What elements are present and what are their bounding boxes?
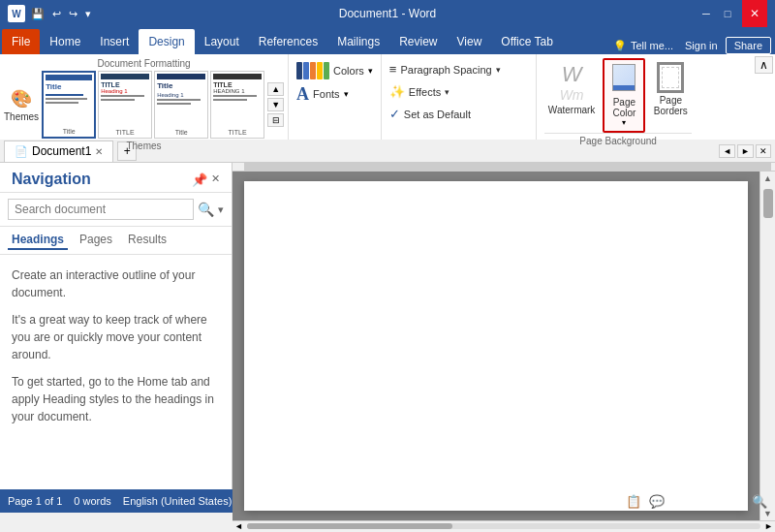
tab-layout[interactable]: Layout [195,29,249,54]
theme-more[interactable]: ⊟ [267,113,284,127]
theme-scroll-up[interactable]: ▲ [267,82,284,96]
nav-close-btn[interactable]: ✕ [211,172,220,187]
theme-item-0[interactable]: Title Title [42,71,96,139]
nav-title: Navigation [12,171,91,188]
minimize-btn[interactable]: ─ [699,8,713,19]
share-btn[interactable]: Share [726,37,771,54]
window-title: Document1 - Word [339,7,436,20]
edit-mode-icon[interactable]: 🖊 [605,494,618,509]
theme-item-2[interactable]: Title Heading 1 Title [154,71,208,139]
title-bar-left: W 💾 ↩ ↪ ▾ [8,5,93,22]
tab-office-tab[interactable]: Office Tab [491,29,563,54]
swatch-3 [310,62,316,79]
save-btn[interactable]: 💾 [29,6,46,22]
effects-btn[interactable]: ✨ Effects ▾ [386,82,532,101]
theme-scroll-down[interactable]: ▼ [267,98,284,111]
nav-text-2: It's a great way to keep track of where … [12,311,220,363]
nav-tab-pages[interactable]: Pages [76,231,116,250]
watermark-label: Watermark [548,105,596,115]
swatch-1 [296,62,302,79]
search-input[interactable] [8,199,194,220]
tab-home[interactable]: Home [40,29,90,54]
nav-tab-headings[interactable]: Headings [8,231,68,250]
tab-mailings[interactable]: Mailings [327,29,389,54]
title-bar: W 💾 ↩ ↪ ▾ Document1 - Word ─ □ ✕ [0,0,775,27]
tell-me-btn[interactable]: 💡 Tell me... [613,40,673,52]
tab-view[interactable]: View [448,29,492,54]
themes-content: 🎨 Themes Title Title TITLE Heading 1 [4,71,284,139]
search-dropdown-icon[interactable]: ▾ [218,203,224,216]
themes-btn[interactable]: 🎨 Themes [4,88,39,122]
hscroll-thumb[interactable] [247,523,452,529]
colors-label: Colors [333,65,364,77]
search-icon[interactable]: 🔍 [198,202,214,217]
theme-item-3[interactable]: TITLE HEADING 1 TITLE [210,71,264,139]
tab-design[interactable]: Design [139,29,194,54]
para-spacing-btn[interactable]: ≡ Paragraph Spacing ▾ [386,60,532,78]
page-borders-label: Page Borders [654,95,688,116]
horizontal-scrollbar: ◄ ► [232,520,775,531]
scroll-up-btn[interactable]: ▲ [761,172,774,185]
title-bar-controls: ─ □ ✕ [699,0,767,27]
tab-close-all[interactable]: ✕ [756,144,771,158]
nav-pin-btn[interactable]: 📌 [192,172,207,187]
watermark-btn[interactable]: W Wm Watermark [544,58,600,119]
view-mode-icon[interactable]: 📋 [626,494,641,509]
redo-btn[interactable]: ↪ [67,6,79,22]
fonts-label: Fonts [313,88,340,100]
quick-access-toolbar: 💾 ↩ ↪ ▾ [29,6,93,22]
close-btn[interactable]: ✕ [742,0,767,27]
maximize-btn[interactable]: □ [721,8,734,19]
set-default-btn[interactable]: ✓ Set as Default [386,105,532,123]
nav-search-area: 🔍 ▾ [0,193,232,227]
tab-insert[interactable]: Insert [90,29,139,54]
tab-references[interactable]: References [249,29,327,54]
scroll-thumb[interactable] [763,189,773,218]
nav-text-3: To get started, go to the Home tab and a… [12,373,220,425]
fonts-btn[interactable]: A Fonts ▾ [293,83,377,105]
nav-tabs: Headings Pages Results [0,227,232,255]
comments-icon[interactable]: 💬 [649,494,665,509]
zoom-slider[interactable]: ──○── [672,495,709,507]
word-count: 0 words [74,495,111,507]
themes-label: Themes [4,111,39,122]
fonts-icon: A [296,85,309,103]
colors-btn[interactable]: Colors ▾ [293,60,377,81]
status-left: Page 1 of 1 0 words English (United Stat… [8,495,232,507]
undo-btn[interactable]: ↩ [50,6,63,22]
hscroll-left-btn[interactable]: ◄ [234,521,243,531]
hscroll-track [247,523,760,529]
tab-review[interactable]: Review [389,29,447,54]
page-borders-btn[interactable]: Page Borders [649,58,692,120]
zoom-fit-icon[interactable]: 🔍 [752,494,767,509]
tab-scroll-left[interactable]: ◄ [719,144,735,158]
page-color-btn[interactable]: Page Color ▾ [603,58,645,133]
para-spacing-dropdown: ▾ [496,65,501,75]
swatch-5 [324,62,329,79]
ribbon-collapse-btn[interactable]: ∧ [755,56,773,74]
page-color-label: Page Color [612,97,636,118]
page-count: Page 1 of 1 [8,495,62,507]
scroll-down-btn[interactable]: ▼ [761,507,774,520]
theme-item-1[interactable]: TITLE Heading 1 TITLE [98,71,152,139]
page-color-dropdown-icon: ▾ [622,118,626,127]
nav-tab-results[interactable]: Results [124,231,170,250]
page-borders-icon [657,62,684,93]
doc-area [232,172,760,520]
ruler-bar [244,163,771,171]
tab-file[interactable]: File [2,29,40,54]
doc-page [244,181,748,511]
effects-dropdown: ▾ [445,87,450,97]
hscroll-right-btn[interactable]: ► [764,521,773,531]
customize-btn[interactable]: ▾ [83,6,93,22]
navigation-pane: Navigation 📌 ✕ 🔍 ▾ Headings Pages Result… [0,163,232,489]
theme-previews: Title Title TITLE Heading 1 TITLE Tit [42,71,264,139]
signin-btn[interactable]: Sign in [685,40,718,51]
ribbon-collapse-area: ∧ [753,54,775,140]
vertical-scrollbar: ▲ ▼ [760,172,775,520]
nav-content: Create an interactive outline of your do… [0,255,232,447]
ribbon-tabs: File Home Insert Design Layout Reference… [0,27,775,54]
tab-scroll-right[interactable]: ► [737,144,754,158]
language: English (United States) [123,495,232,507]
nav-controls: 📌 ✕ [192,172,220,187]
